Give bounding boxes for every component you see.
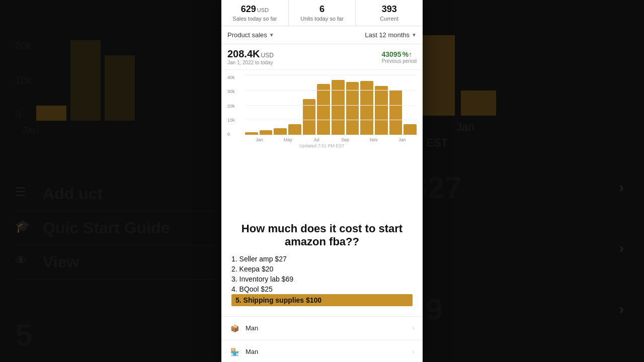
cost-item-1: 1. Seller amp $27 <box>231 254 413 264</box>
bg-x-label-jan: Jan <box>15 125 45 136</box>
bg-guide-icon: 🎓 <box>15 219 33 237</box>
cost-overlay-area: How much does it cost to start amazon fb… <box>221 152 423 246</box>
chart-bar-mar <box>274 128 287 135</box>
filter-row: Product sales ▼ Last 12 months ▼ <box>221 26 423 44</box>
chart-bar-aug <box>346 82 359 135</box>
menu-manage-1[interactable]: 📦 Man › <box>221 317 423 340</box>
stat-current: 393 Current <box>356 0 423 26</box>
manage-2-icon: 🏪 <box>229 347 239 357</box>
chart-bar-oct <box>375 86 388 135</box>
y-label-40k: 40k <box>227 75 235 80</box>
cost-item-3: 3. Inventory lab $69 <box>231 274 413 284</box>
total-period: Previous period <box>382 58 417 64</box>
chart-y-labels: 40k 30k 20k 10k 0 <box>227 75 235 137</box>
bg-add-label: Add uct <box>43 185 103 203</box>
x-label-jan2: Jan <box>388 137 417 142</box>
chart-x-labels: Jan May Jul Sep Nov Jan <box>245 137 417 142</box>
x-label-sep: Sep <box>331 137 359 142</box>
chart-inner <box>245 75 417 135</box>
bg-add-icon: ☰ <box>15 185 33 203</box>
menu-manage-2[interactable]: 🏪 Man › <box>221 340 423 362</box>
cost-title: How much does it cost to start amazon fb… <box>231 222 413 249</box>
bg-bar <box>105 55 135 121</box>
mobile-panel: 629USD Sales today so far 6 Units today … <box>221 0 423 362</box>
chart-bar-apr <box>288 124 301 135</box>
date-range-chevron: ▼ <box>412 32 417 38</box>
chart-bar-may <box>303 99 316 135</box>
bg-bar <box>70 40 101 121</box>
total-date: Jan 1, 2022 to today <box>227 60 274 65</box>
chart-bar-jun <box>317 84 330 135</box>
cost-list: 1. Seller amp $27 2. Keepa $20 3. Invent… <box>231 254 413 306</box>
stat-sales: 629USD Sales today so far <box>221 0 289 26</box>
x-label-jul: Jul <box>302 137 331 142</box>
bg-view-icon: 👁 <box>15 253 33 271</box>
product-sales-filter[interactable]: Product sales ▼ <box>227 31 274 39</box>
date-range-filter[interactable]: Last 12 months ▼ <box>365 31 417 39</box>
total-change: 43095%↑ <box>382 50 417 58</box>
stat-sales-label: Sales today so far <box>227 16 282 22</box>
y-label-20k: 20k <box>227 104 235 109</box>
stat-units-label: Units today so far <box>295 16 350 22</box>
cost-item-5: 5. Shipping supplies $100 <box>231 294 413 306</box>
chart-bar-jan2 <box>404 124 417 135</box>
menu-manage-2-arrow: › <box>413 348 415 355</box>
bg-y-label-0: 0 <box>15 109 31 121</box>
chart-bar-jan1 <box>245 132 258 135</box>
bg-right-bar <box>461 90 496 116</box>
stats-bar: 629USD Sales today so far 6 Units today … <box>221 0 423 26</box>
total-area: 208.4KUSD Jan 1, 2022 to today 43095%↑ P… <box>221 44 423 70</box>
bg-y-label-20k: 20k <box>15 40 31 52</box>
bg-month-jan: Jan <box>448 121 483 134</box>
x-label-jan: Jan <box>245 137 274 142</box>
bg-bar <box>36 106 66 121</box>
product-sales-chevron: ▼ <box>269 32 274 38</box>
x-label-nov: Nov <box>359 137 388 142</box>
chart-updated: Updated 7:51 PM EST <box>227 142 417 149</box>
stat-current-label: Current <box>362 16 417 22</box>
menu-manage-1-arrow: › <box>413 325 415 332</box>
y-label-0: 0 <box>227 132 235 137</box>
chart-container: 40k 30k 20k 10k 0 <box>221 70 423 152</box>
menu-manage-1-label: Man <box>246 324 413 332</box>
product-sales-label: Product sales <box>227 31 267 39</box>
bg-guide-label: Quic Start Guide <box>43 219 170 237</box>
date-range-label: Last 12 months <box>365 31 410 39</box>
menu-manage-2-label: Man <box>246 348 413 355</box>
cost-overlay: How much does it cost to start amazon fb… <box>221 217 423 311</box>
stat-units: 6 Units today so far <box>289 0 356 26</box>
manage-1-icon: 📦 <box>229 323 239 333</box>
stat-sales-value: 629USD <box>227 4 282 15</box>
bg-y-label-10k: 10k <box>15 75 31 86</box>
bg-right-bar <box>420 35 455 116</box>
total-value: 208.4KUSD <box>227 48 274 60</box>
chart-bar-jul <box>332 80 345 135</box>
chart-bar-nov <box>389 90 403 135</box>
stat-current-value: 393 <box>362 4 417 15</box>
x-label-may: May <box>274 137 302 142</box>
y-label-10k: 10k <box>227 118 235 123</box>
bg-chart-bars <box>36 20 135 121</box>
cost-item-2: 2. Keepa $20 <box>231 264 413 274</box>
bg-view-label: View <box>43 253 79 272</box>
chart-bar-sep <box>360 81 373 135</box>
stat-units-value: 6 <box>295 4 350 15</box>
cost-item-4: 4. BQool $25 <box>231 284 413 294</box>
chart-bars <box>245 75 417 135</box>
chart-bar-feb <box>260 130 273 135</box>
y-label-30k: 30k <box>227 89 235 94</box>
